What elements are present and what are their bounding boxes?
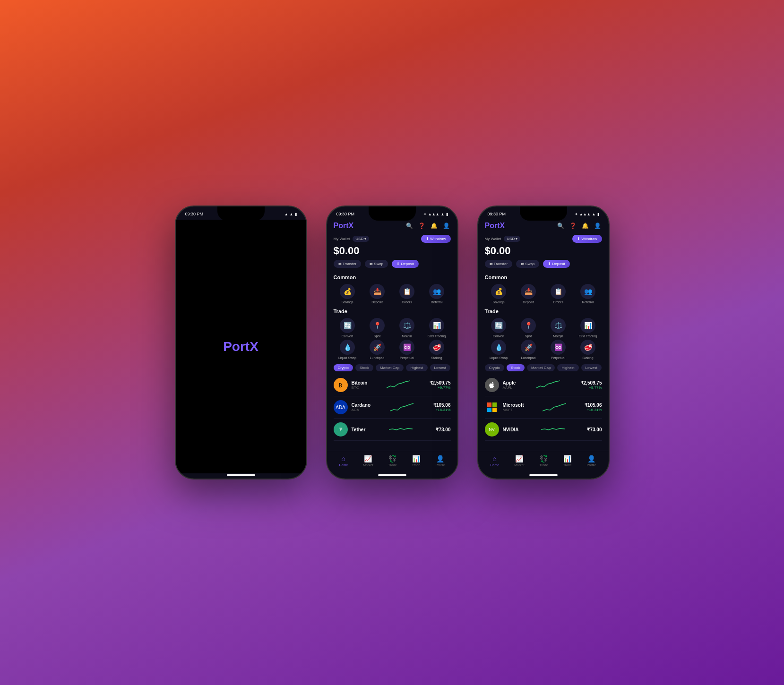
filter-stock[interactable]: Stock — [355, 364, 373, 371]
wallet-label-crypto: My Wallet — [334, 237, 350, 241]
filter-stock-active[interactable]: Stock — [507, 364, 525, 371]
nav-profile-stock[interactable]: 👤 Profile — [587, 455, 596, 467]
market-item-ada[interactable]: ADA Cardano ADA ₹105.06 — [334, 396, 451, 419]
trade1-nav-icon-stock: 💱 — [540, 455, 548, 462]
home-indicator-crypto — [378, 474, 406, 476]
search-icon[interactable]: 🔍 — [405, 222, 414, 230]
convert-item-stock[interactable]: 🔄 Convert — [485, 318, 513, 338]
market-item-usdt[interactable]: ₮ Tether ₹73.00 — [334, 419, 451, 441]
savings-item[interactable]: 💰 Savings — [334, 284, 362, 304]
referral-item[interactable]: 👥 Referral — [423, 284, 451, 304]
filter-crypto-active[interactable]: Crypto — [334, 364, 353, 371]
nvda-icon: NV — [485, 422, 499, 437]
nvda-chart — [541, 424, 565, 435]
nav-home-crypto[interactable]: ⌂ Home — [339, 455, 348, 467]
help-icon[interactable]: ❓ — [418, 222, 426, 230]
nav-market-crypto[interactable]: 📈 Market — [363, 455, 373, 467]
help-icon-stock[interactable]: ❓ — [569, 222, 577, 230]
filter-highest-stock[interactable]: Highest — [557, 364, 578, 371]
perpetual-item[interactable]: ♾️ Perpetual — [393, 340, 421, 360]
spot-item[interactable]: 📍 Spot — [363, 318, 391, 338]
lunchpad-item-stock[interactable]: 🚀 Lunchpad — [515, 340, 543, 360]
orders-item-stock[interactable]: 📋 Orders — [544, 284, 572, 304]
filter-crypto-stock[interactable]: Crypto — [485, 364, 505, 371]
common-grid-stock: 💰 Savings 📥 Deposit 📋 Orders 👥 — [478, 282, 609, 306]
savings-item-stock[interactable]: 💰 Savings — [485, 284, 513, 304]
bottom-nav-stock: ⌂ Home 📈 Market 💱 Trade 📊 Trade 👤 — [478, 451, 609, 473]
trade2-nav-label-stock: Trade — [563, 463, 572, 467]
trade1-nav-label: Trade — [388, 463, 397, 467]
perpetual-item-stock[interactable]: ♾️ Perpetual — [544, 340, 572, 360]
signal-icon: ▲ — [284, 212, 288, 216]
profile-icon-stock[interactable]: 👤 — [594, 222, 602, 230]
nav-market-stock[interactable]: 📈 Market — [514, 455, 524, 467]
market-item-btc[interactable]: ₿ Bitcoin BTC ₹2,509.75 — [334, 374, 451, 396]
deposit-icon: 📥 — [370, 284, 385, 299]
staking-icon-stock: 🥩 — [580, 340, 595, 355]
splash-logo-accent: X — [250, 339, 258, 354]
deposit-button-stock[interactable]: ⬆ Deposit — [543, 260, 569, 268]
orders-item[interactable]: 📋 Orders — [393, 284, 421, 304]
nav-home-stock[interactable]: ⌂ Home — [491, 455, 500, 467]
filter-marketcap[interactable]: Market Cap — [376, 364, 404, 371]
withdraw-button-crypto[interactable]: ⬆ Withdraw — [421, 235, 451, 243]
referral-item-stock[interactable]: 👥 Referral — [574, 284, 602, 304]
usdt-icon: ₮ — [334, 422, 348, 437]
phone-splash: 09:30 PM ▲ ▲ ▮ PortX — [175, 206, 307, 480]
bell-icon-stock[interactable]: 🔔 — [581, 222, 590, 230]
wallet-currency-stock[interactable]: USD ▾ — [504, 236, 520, 242]
deposit-item-stock[interactable]: 📥 Deposit — [515, 284, 543, 304]
orders-icon-stock: 📋 — [551, 284, 566, 299]
home-nav-icon: ⌂ — [342, 455, 345, 462]
btc-name: Bitcoin — [352, 380, 368, 385]
profile-icon[interactable]: 👤 — [442, 222, 451, 230]
liquid-swap-item[interactable]: 💧 Liquid Swap — [334, 340, 362, 360]
logo-text-crypto: Port — [334, 222, 349, 230]
withdraw-button-stock[interactable]: ⬆ Withdraw — [572, 235, 602, 243]
market-item-msft[interactable]: Microsoft MSFT ₹105.06 +16.31% — [485, 396, 602, 419]
swap-button-crypto[interactable]: ⇄ Swap — [365, 260, 388, 268]
nav-trade2-stock[interactable]: 📊 Trade — [563, 455, 572, 467]
grid-trading-item[interactable]: 📊 Grid Trading — [423, 318, 451, 338]
spot-item-stock[interactable]: 📍 Spot — [515, 318, 543, 338]
market-item-nvda[interactable]: NV NVIDIA ₹73.00 — [485, 419, 602, 441]
margin-item-stock[interactable]: ⚖️ Margin — [544, 318, 572, 338]
spot-label-stock: Spot — [525, 334, 532, 338]
filter-pills-crypto: Crypto Stock Market Cap Highest Lowest — [327, 361, 457, 374]
market-list-stock: Apple AAPL ₹2,509.75 +9.77% — [478, 374, 609, 441]
profile-nav-icon: 👤 — [436, 455, 444, 462]
staking-item-stock[interactable]: 🥩 Staking — [574, 340, 602, 360]
search-icon-stock[interactable]: 🔍 — [557, 222, 565, 230]
market-nav-icon-stock: 📈 — [515, 455, 523, 462]
margin-item[interactable]: ⚖️ Margin — [393, 318, 421, 338]
logo-text-stock: Port — [485, 222, 500, 230]
transfer-button-crypto[interactable]: ⇄ Transfer — [334, 260, 362, 268]
nav-trade1-crypto[interactable]: 💱 Trade — [388, 455, 397, 467]
grid-trading-item-stock[interactable]: 📊 Grid Trading — [574, 318, 602, 338]
transfer-button-stock[interactable]: ⇄ Transfer — [485, 260, 513, 268]
deposit-item[interactable]: 📥 Deposit — [363, 284, 391, 304]
filter-marketcap-stock[interactable]: Market Cap — [527, 364, 555, 371]
filter-lowest[interactable]: Lowest — [430, 364, 450, 371]
perpetual-label-stock: Perpetual — [551, 356, 565, 360]
wallet-currency-crypto[interactable]: USD ▾ — [353, 236, 369, 242]
btc-symbol: BTC — [352, 385, 368, 390]
wallet-row-top-stock: My Wallet USD ▾ ⬆ Withdraw — [485, 235, 602, 243]
ada-name: Cardano — [352, 402, 371, 408]
staking-item[interactable]: 🥩 Staking — [423, 340, 451, 360]
lunchpad-item[interactable]: 🚀 Lunchpad — [363, 340, 391, 360]
profile-nav-label-stock: Profile — [587, 463, 596, 467]
nav-trade1-stock[interactable]: 💱 Trade — [540, 455, 548, 467]
bell-icon[interactable]: 🔔 — [430, 222, 439, 230]
lunchpad-icon-stock: 🚀 — [521, 340, 536, 355]
convert-item[interactable]: 🔄 Convert — [334, 318, 362, 338]
deposit-button-crypto[interactable]: ⬆ Deposit — [392, 260, 418, 268]
filter-lowest-stock[interactable]: Lowest — [581, 364, 602, 371]
perpetual-icon: ♾️ — [399, 340, 414, 355]
swap-button-stock[interactable]: ⇄ Swap — [516, 260, 539, 268]
nav-trade2-crypto[interactable]: 📊 Trade — [412, 455, 421, 467]
nav-profile-crypto[interactable]: 👤 Profile — [436, 455, 445, 467]
market-item-aapl[interactable]: Apple AAPL ₹2,509.75 +9.77% — [485, 374, 602, 396]
filter-highest[interactable]: Highest — [406, 364, 427, 371]
liquid-swap-item-stock[interactable]: 💧 Liquid Swap — [485, 340, 513, 360]
